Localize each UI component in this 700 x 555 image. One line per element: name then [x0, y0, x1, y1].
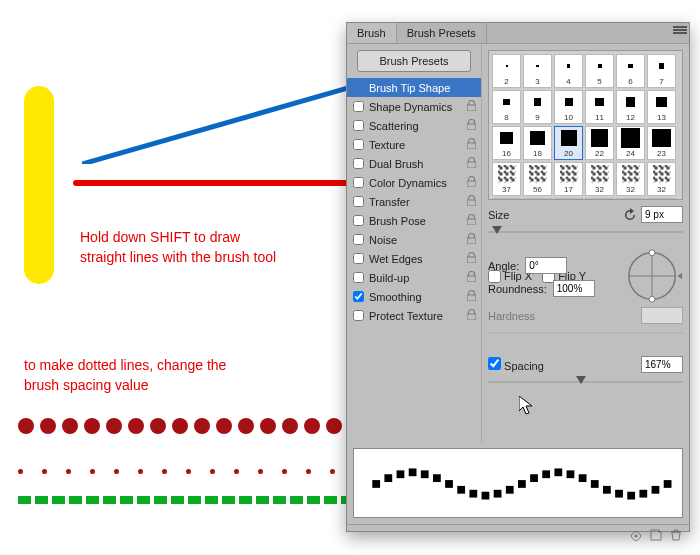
red-horizontal-line: [73, 180, 363, 186]
brush-thumb[interactable]: 13: [647, 90, 676, 124]
svg-line-0: [82, 84, 362, 164]
lock-icon[interactable]: [467, 233, 476, 244]
trash-icon[interactable]: [669, 528, 683, 542]
option-color-dynamics[interactable]: Color Dynamics: [347, 173, 481, 192]
brush-thumb[interactable]: 2: [492, 54, 521, 88]
brush-thumb[interactable]: 16: [492, 126, 521, 160]
option-wet-edges[interactable]: Wet Edges: [347, 249, 481, 268]
toggle-preview-icon[interactable]: [629, 528, 643, 542]
option-brush-pose[interactable]: Brush Pose: [347, 211, 481, 230]
svg-rect-19: [518, 480, 526, 488]
brush-thumb[interactable]: 46: [647, 198, 676, 200]
new-preset-icon[interactable]: [649, 528, 663, 542]
brush-thumb[interactable]: 32: [647, 162, 676, 196]
brush-thumb[interactable]: 9: [523, 90, 552, 124]
tab-brush-presets[interactable]: Brush Presets: [397, 23, 487, 43]
brush-thumb[interactable]: 18: [523, 126, 552, 160]
brush-presets-button[interactable]: Brush Presets: [357, 50, 471, 72]
cursor-arrow-icon: [519, 396, 535, 416]
size-slider[interactable]: [488, 225, 683, 239]
option-list: Brush Tip ShapeShape DynamicsScatteringT…: [347, 78, 481, 325]
hardness-label: Hardness: [488, 310, 535, 322]
lock-icon[interactable]: [467, 100, 476, 111]
lock-icon[interactable]: [467, 309, 476, 320]
svg-point-5: [649, 296, 655, 302]
hardness-slider: [488, 326, 683, 340]
brush-thumb[interactable]: 32: [585, 162, 614, 196]
svg-rect-13: [445, 480, 453, 488]
brush-thumb[interactable]: 14: [523, 198, 552, 200]
brush-thumb[interactable]: 23: [647, 126, 676, 160]
lock-icon[interactable]: [467, 252, 476, 263]
svg-rect-7: [372, 480, 380, 488]
brush-thumb[interactable]: 22: [585, 126, 614, 160]
spacing-field[interactable]: [641, 356, 683, 373]
brush-thumb[interactable]: 25: [492, 198, 521, 200]
spacing-checkbox[interactable]: Spacing: [488, 357, 544, 372]
brush-thumb[interactable]: 8: [492, 90, 521, 124]
brush-thumbnail-grid[interactable]: 2345678910111213161820222423375617323232…: [488, 50, 683, 200]
reset-size-icon[interactable]: [623, 208, 637, 222]
option-smoothing[interactable]: Smoothing: [347, 287, 481, 306]
brush-thumb[interactable]: 32: [616, 162, 645, 196]
option-build-up[interactable]: Build-up: [347, 268, 481, 287]
roundness-field[interactable]: [553, 280, 595, 297]
note-shift: Hold down SHIFT to draw straight lines w…: [80, 228, 276, 267]
brush-thumb[interactable]: 4: [554, 54, 583, 88]
size-label: Size: [488, 209, 509, 221]
brush-thumb[interactable]: 56: [523, 162, 552, 196]
brush-thumb[interactable]: 20: [554, 126, 583, 160]
tab-brush[interactable]: Brush: [347, 23, 397, 43]
svg-rect-11: [421, 470, 429, 478]
brush-options-sidebar: Brush Presets Brush Tip ShapeShape Dynam…: [347, 44, 482, 442]
size-field[interactable]: [641, 206, 683, 223]
brush-thumb[interactable]: 27: [585, 198, 614, 200]
brush-thumb[interactable]: 11: [585, 90, 614, 124]
svg-rect-29: [639, 490, 647, 498]
lock-icon[interactable]: [467, 214, 476, 225]
option-shape-dynamics[interactable]: Shape Dynamics: [347, 97, 481, 116]
option-transfer[interactable]: Transfer: [347, 192, 481, 211]
spacing-slider[interactable]: [488, 375, 683, 389]
blue-diagonal-line: [82, 84, 362, 164]
svg-rect-14: [457, 486, 465, 494]
brush-thumb[interactable]: 24: [616, 126, 645, 160]
lock-icon[interactable]: [467, 176, 476, 187]
option-dual-brush[interactable]: Dual Brush: [347, 154, 481, 173]
svg-rect-12: [433, 474, 441, 482]
svg-rect-21: [542, 470, 550, 478]
lock-icon[interactable]: [467, 195, 476, 206]
svg-marker-6: [677, 273, 682, 279]
svg-rect-9: [397, 470, 405, 478]
svg-rect-30: [652, 486, 660, 494]
brush-thumb[interactable]: 6: [616, 54, 645, 88]
svg-rect-16: [482, 492, 490, 500]
option-noise[interactable]: Noise: [347, 230, 481, 249]
option-texture[interactable]: Texture: [347, 135, 481, 154]
brush-thumb[interactable]: 10: [554, 90, 583, 124]
panel-menu-icon[interactable]: [673, 25, 687, 37]
brush-thumb[interactable]: 17: [554, 162, 583, 196]
brush-thumb[interactable]: 37: [492, 162, 521, 196]
brush-thumb[interactable]: 24: [554, 198, 583, 200]
brush-thumb[interactable]: 39: [616, 198, 645, 200]
svg-rect-26: [603, 486, 611, 494]
option-scattering[interactable]: Scattering: [347, 116, 481, 135]
red-dots-large: [18, 418, 370, 438]
lock-icon[interactable]: [467, 290, 476, 301]
lock-icon[interactable]: [467, 138, 476, 149]
lock-icon[interactable]: [467, 119, 476, 130]
option-protect-texture[interactable]: Protect Texture: [347, 306, 481, 325]
panel-footer: [347, 524, 689, 544]
brush-thumb[interactable]: 7: [647, 54, 676, 88]
angle-field[interactable]: [525, 257, 567, 274]
svg-rect-10: [409, 468, 417, 476]
lock-icon[interactable]: [467, 271, 476, 282]
svg-rect-18: [506, 486, 514, 494]
option-brush-tip-shape[interactable]: Brush Tip Shape: [347, 78, 481, 97]
angle-roundness-dial[interactable]: [625, 247, 683, 305]
brush-thumb[interactable]: 12: [616, 90, 645, 124]
lock-icon[interactable]: [467, 157, 476, 168]
brush-thumb[interactable]: 5: [585, 54, 614, 88]
brush-thumb[interactable]: 3: [523, 54, 552, 88]
